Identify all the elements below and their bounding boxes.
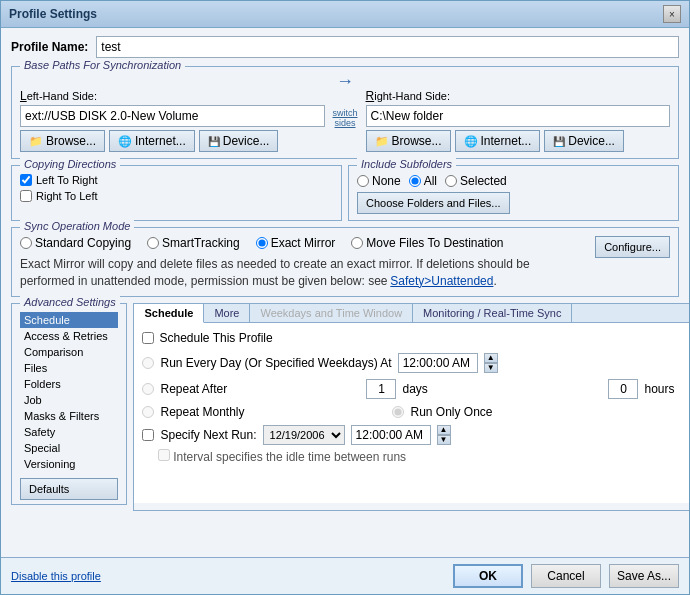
safety-link[interactable]: Safety>Unattended <box>390 274 493 288</box>
advanced-settings-section: Advanced Settings ScheduleAccess & Retri… <box>11 303 127 505</box>
exact-radio[interactable] <box>256 237 268 249</box>
cancel-button[interactable]: Cancel <box>531 564 601 588</box>
profile-settings-window: Profile Settings × Profile Name: Base Pa… <box>0 0 690 595</box>
standard-radio[interactable] <box>20 237 32 249</box>
left-internet-button[interactable]: Internet... <box>109 130 195 152</box>
advanced-list-item[interactable]: Masks & Filters <box>20 408 118 424</box>
monthly-once-row: Repeat Monthly Run Only Once <box>142 405 689 419</box>
left-path-input[interactable] <box>20 105 325 127</box>
specify-next-run-checkbox[interactable] <box>142 429 154 441</box>
left-btn-row: Browse... Internet... Device... <box>20 130 325 152</box>
advanced-list-item[interactable]: Access & Retries <box>20 328 118 344</box>
move-radio[interactable] <box>351 237 363 249</box>
advanced-list-item[interactable]: Safety <box>20 424 118 440</box>
advanced-list-item[interactable]: Files <box>20 360 118 376</box>
days-label: days <box>402 382 602 396</box>
left-to-right-label: Left To Right <box>36 174 98 186</box>
left-side-group: Left-Hand Side: Browse... Internet... De… <box>20 89 325 152</box>
profile-name-input[interactable] <box>96 36 679 58</box>
schedule-tab-content: Schedule This Profile Run Every Day (Or … <box>134 323 689 503</box>
run-every-time-input[interactable] <box>398 353 478 373</box>
none-radio[interactable] <box>357 175 369 187</box>
advanced-list-item[interactable]: Job <box>20 392 118 408</box>
advanced-list-item[interactable]: Folders <box>20 376 118 392</box>
globe-icon-r <box>464 134 478 148</box>
repeat-hours-input[interactable] <box>608 379 638 399</box>
left-side-label: Left-Hand Side: <box>20 89 325 103</box>
tab-monitoring[interactable]: Monitoring / Real-Time Sync <box>413 304 572 322</box>
subfolders-radio-row: None All Selected <box>357 174 670 188</box>
right-internet-button[interactable]: Internet... <box>455 130 541 152</box>
ok-button[interactable]: OK <box>453 564 523 588</box>
sync-radio-row: Standard Copying SmartTracking Exact Mir… <box>20 236 587 250</box>
specify-time-input[interactable] <box>351 425 431 445</box>
switch-sides-button[interactable]: switch sides <box>333 92 358 128</box>
right-path-input[interactable] <box>366 105 671 127</box>
tabs-bar: Schedule More Weekdays and Time Window M… <box>134 304 689 323</box>
choose-folders-button[interactable]: Choose Folders and Files... <box>357 192 510 214</box>
directions-subfolders-row: Copying Directions Left To Right Right T… <box>11 165 679 227</box>
sync-options-group: Standard Copying SmartTracking Exact Mir… <box>20 236 587 290</box>
device-icon-r <box>553 134 565 148</box>
globe-icon <box>118 134 132 148</box>
disable-profile-link[interactable]: Disable this profile <box>11 570 101 582</box>
close-button[interactable]: × <box>663 5 681 23</box>
left-device-button[interactable]: Device... <box>199 130 279 152</box>
advanced-settings-list: ScheduleAccess & RetriesComparisonFilesF… <box>20 312 118 472</box>
left-browse-button[interactable]: Browse... <box>20 130 105 152</box>
all-radio-label: All <box>409 174 437 188</box>
title-bar: Profile Settings × <box>1 1 689 28</box>
footer-buttons: OK Cancel Save As... <box>453 564 679 588</box>
tab-weekdays[interactable]: Weekdays and Time Window <box>250 304 413 322</box>
advanced-list-item[interactable]: Comparison <box>20 344 118 360</box>
defaults-button[interactable]: Defaults <box>20 478 118 500</box>
left-to-right-checkbox[interactable] <box>20 174 32 186</box>
run-once-radio[interactable] <box>392 406 404 418</box>
advanced-list-item[interactable]: Special <box>20 440 118 456</box>
specify-next-run-row: Specify Next Run: 12/19/2006 ▲ ▼ <box>142 425 689 445</box>
idle-checkbox[interactable] <box>158 449 170 461</box>
advanced-list-item[interactable]: Schedule <box>20 312 118 328</box>
move-radio-label: Move Files To Destination <box>351 236 503 250</box>
tabs-panel: Schedule More Weekdays and Time Window M… <box>133 303 689 511</box>
right-to-left-checkbox[interactable] <box>20 190 32 202</box>
run-every-radio[interactable] <box>142 357 154 369</box>
selected-radio[interactable] <box>445 175 457 187</box>
standard-radio-label: Standard Copying <box>20 236 131 250</box>
repeat-after-radio[interactable] <box>142 383 154 395</box>
right-device-button[interactable]: Device... <box>544 130 624 152</box>
idle-text: Interval specifies the idle time between… <box>158 449 689 464</box>
specify-spin-down[interactable]: ▼ <box>437 435 451 445</box>
repeat-monthly-radio[interactable] <box>142 406 154 418</box>
exact-radio-label: Exact Mirror <box>256 236 336 250</box>
configure-button[interactable]: Configure... <box>595 236 670 258</box>
smart-radio[interactable] <box>147 237 159 249</box>
smart-radio-label: SmartTracking <box>147 236 240 250</box>
schedule-checkbox-row: Schedule This Profile <box>142 331 689 345</box>
repeat-days-input[interactable] <box>366 379 396 399</box>
sync-operation-title: Sync Operation Mode <box>20 220 134 232</box>
selected-radio-label: Selected <box>445 174 507 188</box>
repeat-after-row: Repeat After days hours minutes seconds <box>142 379 689 399</box>
profile-name-row: Profile Name: <box>11 36 679 58</box>
arrow-switch: → switch sides <box>333 71 358 152</box>
tab-more[interactable]: More <box>204 304 250 322</box>
run-every-spin-down[interactable]: ▼ <box>484 363 498 373</box>
specify-spin-up[interactable]: ▲ <box>437 425 451 435</box>
run-every-spin-up[interactable]: ▲ <box>484 353 498 363</box>
specify-date-select[interactable]: 12/19/2006 <box>263 425 345 445</box>
right-to-left-label: Right To Left <box>36 190 98 202</box>
base-paths-title: Base Paths For Synchronization <box>20 59 185 71</box>
save-as-button[interactable]: Save As... <box>609 564 679 588</box>
left-to-right-row: Left To Right <box>20 174 333 186</box>
all-radio[interactable] <box>409 175 421 187</box>
right-to-left-row: Right To Left <box>20 190 333 202</box>
configure-btn-group: Configure... <box>595 236 670 258</box>
tab-schedule[interactable]: Schedule <box>134 304 204 323</box>
device-icon <box>208 134 220 148</box>
right-browse-button[interactable]: Browse... <box>366 130 451 152</box>
specify-time-spinner: ▲ ▼ <box>437 425 451 445</box>
advanced-list-item[interactable]: Versioning <box>20 456 118 472</box>
hours-label: hours <box>644 382 689 396</box>
schedule-this-profile-checkbox[interactable] <box>142 332 154 344</box>
